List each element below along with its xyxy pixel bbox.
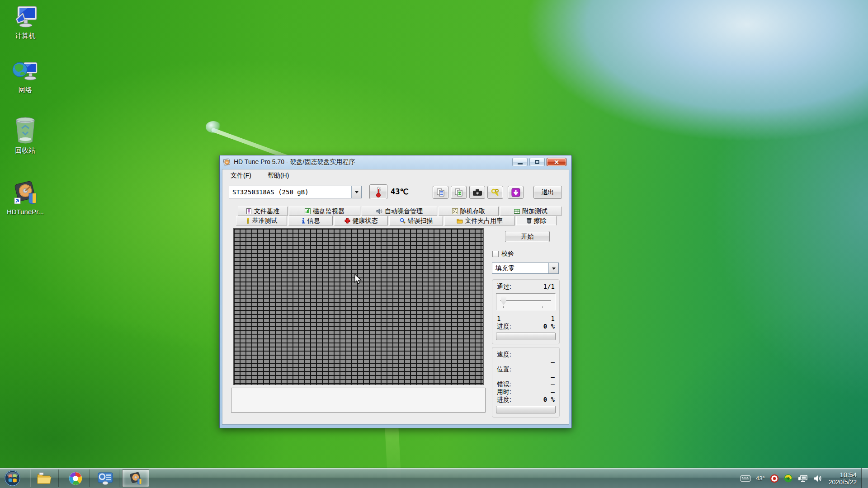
menu-help[interactable]: 帮助(H) (266, 170, 291, 181)
browser-icon (68, 471, 83, 486)
status-groupbox: 速度: – 位置: – 错误: – 用时: – 进度: 0 % (492, 347, 560, 418)
copy-text-icon (436, 188, 445, 197)
tab-label: 文件夹占用率 (465, 217, 503, 225)
desktop-icon-recycle-bin[interactable]: 回收站 (0, 117, 51, 155)
minimize-icon (518, 163, 523, 164)
hdtune-app-icon (12, 180, 39, 206)
elapsed-value: – (551, 388, 555, 396)
slider-thumb[interactable] (501, 296, 506, 305)
minimize-button[interactable] (512, 158, 528, 166)
pass-progress-bar (496, 333, 556, 340)
tab-label: 磁盘监视器 (313, 207, 344, 216)
input-keyboard-tray-icon[interactable] (741, 475, 750, 482)
taskbar-hdtune-button[interactable] (122, 469, 149, 487)
window-title: HD Tune Pro 5.70 - 硬盘/固态硬盘实用程序 (234, 158, 355, 166)
tab-row-top: 文件基准 磁盘监视器 自动噪音管理 (238, 206, 561, 216)
tab-benchmark[interactable]: 基准测试 (236, 216, 287, 225)
screenshot-button[interactable] (469, 186, 485, 199)
tab-label: 基准测试 (252, 217, 278, 225)
taskbar-browser-button[interactable] (61, 469, 90, 487)
disk-monitor-icon (305, 208, 311, 214)
desktop-icon-network[interactable]: 网络 (0, 58, 51, 94)
clock-date: 2020/5/22 (829, 479, 857, 486)
tab-label: 随机存取 (460, 207, 486, 216)
maximize-button[interactable] (529, 158, 545, 166)
verify-checkbox-row[interactable]: 校验 (492, 250, 561, 258)
camera-icon (472, 189, 482, 196)
window-client-area: 文件(F) 帮助(H) ST3250318AS (250 gB) 43℃ (222, 169, 569, 425)
taskbar: 43° 10:54 2020/5/22 (0, 468, 868, 488)
drive-select[interactable]: ST3250318AS (250 gB) (229, 186, 362, 198)
folder-icon (457, 218, 463, 224)
start-button[interactable] (4, 469, 21, 487)
speed-label: 速度: (497, 351, 511, 358)
taskbar-clock[interactable]: 10:54 2020/5/22 (829, 471, 857, 486)
keys-icon (491, 188, 500, 197)
tab-label: 擦除 (534, 217, 547, 225)
exit-button[interactable]: 退出 (533, 186, 562, 199)
tab-label: 错误扫描 (408, 217, 433, 225)
erase-method-select[interactable]: 填充零 (492, 263, 559, 274)
menu-file[interactable]: 文件(F) (229, 170, 253, 181)
start-button-label: 开始 (521, 233, 534, 241)
show-desktop-button[interactable] (861, 468, 868, 488)
tab-folder-usage[interactable]: 文件夹占用率 (444, 216, 515, 225)
copy-text-button[interactable] (433, 186, 448, 199)
desktop-icon-computer[interactable]: 计算机 (0, 5, 51, 40)
close-button[interactable]: ✕ (547, 158, 566, 166)
benchmark-icon (246, 218, 250, 224)
info-icon (302, 218, 305, 224)
tab-extra-tests[interactable]: 附加测试 (500, 206, 561, 216)
position-value: – (496, 373, 556, 380)
pass-slider[interactable] (496, 293, 556, 310)
tab-error-scan[interactable]: 错误扫描 (389, 216, 443, 225)
tab-disk-monitor[interactable]: 磁盘监视器 (289, 206, 360, 216)
erase-control-panel: 开始 校验 填充零 通过: 1/1 (491, 228, 561, 418)
progress-label: 进度: (497, 396, 511, 404)
tab-random-access[interactable]: 随机存取 (439, 206, 499, 216)
errors-label: 错误: (497, 380, 511, 388)
health-cross-icon (344, 218, 350, 224)
pass-value: 1/1 (543, 283, 555, 291)
verify-checkbox[interactable] (492, 251, 499, 257)
file-benchmark-icon (246, 208, 252, 214)
chevron-down-icon (548, 263, 558, 273)
elapsed-label: 用时: (497, 388, 511, 396)
desktop-icon-hdtune[interactable]: HDTunePr... (0, 180, 51, 216)
download-arrow-icon (511, 188, 520, 197)
tab-aam[interactable]: 自动噪音管理 (362, 206, 437, 216)
slider-tick (542, 306, 543, 308)
tab-health[interactable]: 健康状态 (334, 216, 388, 225)
save-button[interactable] (508, 186, 524, 199)
status-progress-bar (496, 406, 556, 413)
verify-label: 校验 (501, 250, 514, 258)
temperature-value: 43℃ (391, 187, 409, 196)
desktop-icon-label: 回收站 (15, 146, 36, 155)
network-icon (12, 58, 39, 84)
speed-value: – (496, 358, 556, 366)
network-tray-icon[interactable] (798, 474, 808, 483)
taskbar-explorer-button[interactable] (30, 469, 59, 487)
slider-track (500, 300, 551, 301)
security-tray-icon[interactable] (784, 474, 793, 483)
start-button[interactable]: 开始 (505, 231, 550, 242)
taskbar-control-panel-button[interactable] (91, 469, 119, 487)
options-button[interactable] (487, 186, 503, 199)
tab-info[interactable]: 信息 (288, 216, 333, 225)
computer-icon (12, 5, 38, 30)
titlebar[interactable]: HD Tune Pro 5.70 - 硬盘/固态硬盘实用程序 ✕ (222, 155, 569, 169)
copy-image-button[interactable] (451, 186, 467, 199)
explorer-icon (37, 472, 52, 485)
desktop-icon-label: HDTunePr... (7, 208, 44, 216)
volume-tray-icon[interactable] (813, 474, 822, 483)
tab-erase[interactable]: 擦除 (516, 216, 557, 225)
tray-temperature[interactable]: 43° (756, 475, 765, 482)
temperature-button[interactable] (369, 184, 387, 199)
extra-tests-icon (514, 208, 520, 214)
drive-select-value: ST3250318AS (250 gB) (229, 188, 351, 196)
tab-file-benchmark[interactable]: 文件基准 (238, 206, 288, 216)
control-panel-icon (98, 472, 113, 485)
erase-block-map (233, 228, 484, 385)
wallpaper-water-droplet (206, 121, 221, 133)
antivirus-tray-icon[interactable] (770, 474, 778, 483)
